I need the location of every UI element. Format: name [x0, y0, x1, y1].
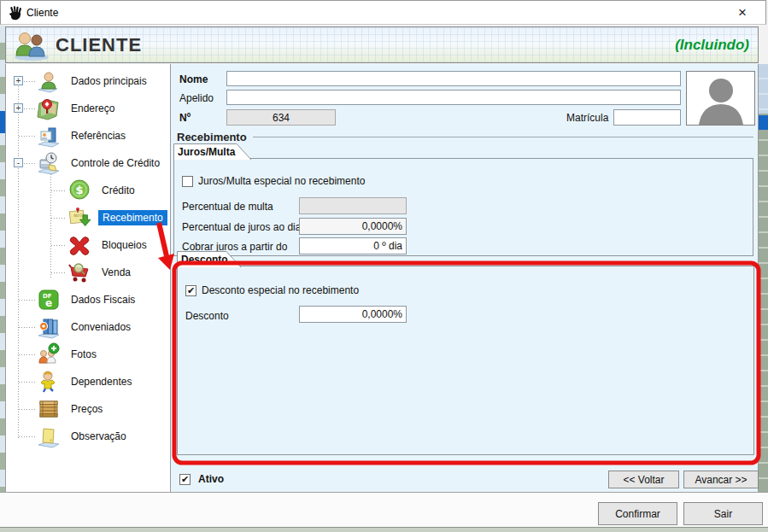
numero-input[interactable]	[226, 109, 336, 126]
window-titlebar: Cliente ×	[0, 0, 766, 25]
sidebar-item-label[interactable]: Bloqueios	[102, 239, 147, 251]
close-icon[interactable]: ×	[731, 3, 753, 23]
sidebar-item-label[interactable]: Preços	[71, 403, 103, 415]
navigation-tree: + Dados principais + Endereço	[5, 64, 171, 492]
sidebar-item-label[interactable]: Fotos	[71, 348, 97, 360]
check-icon: ✔	[187, 285, 195, 295]
sidebar-item-label[interactable]: Endereço	[71, 102, 114, 114]
desconto-especial-checkbox[interactable]: ✔	[185, 285, 196, 296]
ativo-label: Ativo	[198, 473, 224, 485]
window-title: Cliente	[26, 7, 58, 19]
desconto-especial-checkbox-label: Desconto especial no recebimento	[202, 284, 359, 296]
background-window-bottom-strip	[0, 527, 768, 532]
voltar-button[interactable]: << Voltar	[608, 471, 679, 488]
desconto-label: Desconto	[185, 310, 229, 322]
bloqueios-icon	[67, 233, 91, 260]
dados-fiscais-icon: DF e	[37, 288, 61, 314]
sidebar-item-recebimento[interactable]: NOTE Recebimento	[6, 204, 172, 231]
hand-icon	[9, 6, 23, 23]
confirmar-button[interactable]: Confirmar	[598, 502, 677, 525]
sidebar-item-label[interactable]: Referências	[71, 130, 126, 142]
mode-indicator: (Incluindo)	[675, 37, 749, 54]
sidebar-item-fotos[interactable]: Fotos	[6, 341, 172, 368]
sidebar-item-bloqueios[interactable]: Bloqueios	[6, 231, 172, 259]
svg-text:e: e	[45, 297, 52, 309]
sidebar-item-venda[interactable]: Venda	[6, 259, 172, 286]
banner: CLIENTE (Incluindo)	[5, 26, 759, 63]
sidebar-item-label[interactable]: Crédito	[102, 184, 135, 196]
percentual-multa-input[interactable]	[299, 197, 407, 214]
percentual-juros-label: Percentual de juros ao dia	[182, 221, 301, 233]
referencias-icon	[37, 124, 61, 150]
numero-label: Nº	[179, 112, 191, 124]
ativo-checkbox[interactable]: ✔	[179, 474, 191, 485]
matricula-label: Matrícula	[566, 112, 608, 124]
endereco-icon	[37, 96, 61, 123]
sidebar-item-label[interactable]: Controle de Crédito	[71, 157, 160, 169]
check-icon: ✔	[181, 474, 189, 484]
sidebar-item-label[interactable]: Venda	[102, 266, 131, 278]
nome-input[interactable]	[226, 71, 681, 86]
conveniados-icon	[37, 315, 61, 342]
cobrar-juros-input[interactable]	[299, 237, 407, 254]
apelido-input[interactable]	[226, 90, 681, 105]
desconto-tab: Desconto	[177, 251, 242, 267]
credito-icon: $	[67, 178, 91, 205]
sidebar-item-label[interactable]: Conveniados	[71, 321, 131, 333]
expand-icon[interactable]: +	[14, 76, 23, 85]
sair-button[interactable]: Sair	[683, 502, 763, 525]
clients-icon	[13, 30, 50, 63]
sidebar-item-label[interactable]: Dados Fiscais	[71, 294, 135, 306]
juros-especial-checkbox-label: Juros/Multa especial no recebimento	[198, 175, 365, 187]
sidebar-item-dados-fiscais[interactable]: DF e Dados Fiscais	[6, 286, 172, 313]
section-title: Recebimento	[177, 131, 247, 143]
apelido-label: Apelido	[179, 92, 214, 104]
sidebar-item-label[interactable]: Recebimento	[98, 210, 167, 225]
client-photo-placeholder[interactable]	[686, 71, 755, 126]
matricula-input[interactable]	[613, 109, 681, 126]
section-divider	[253, 137, 753, 137]
venda-icon	[67, 260, 91, 287]
observacao-icon	[37, 424, 61, 451]
fotos-icon	[37, 342, 61, 369]
collapse-icon[interactable]: -	[14, 158, 23, 167]
percentual-juros-input[interactable]	[299, 218, 407, 235]
precos-icon	[37, 397, 61, 424]
juros-multa-tab-label: Juros/Multa	[178, 146, 235, 158]
recebimento-icon: NOTE	[67, 206, 91, 232]
sidebar-item-credito[interactable]: $ Crédito	[6, 177, 172, 204]
avancar-button[interactable]: Avancar >>	[683, 471, 759, 488]
controle-de-credito-icon	[37, 151, 61, 178]
desconto-tab-label: Desconto	[181, 254, 228, 266]
bottom-bar: Confirmar Sair	[0, 492, 768, 527]
person-silhouette-icon	[687, 72, 754, 125]
percentual-multa-label: Percentual de multa	[182, 201, 273, 213]
sidebar-item-referencias[interactable]: Referências	[6, 122, 172, 149]
sidebar-item-dependentes[interactable]: Dependentes	[6, 368, 172, 395]
juros-especial-checkbox[interactable]	[182, 176, 193, 187]
dependentes-icon	[37, 370, 61, 396]
sidebar-item-precos[interactable]: Preços	[6, 395, 172, 423]
sidebar-item-endereco[interactable]: + Endereço	[6, 95, 172, 122]
dados-principais-icon	[37, 69, 61, 96]
sidebar-item-controle-de-credito[interactable]: - Controle de Crédito	[6, 149, 172, 177]
sidebar-item-label[interactable]: Dados principais	[71, 75, 147, 87]
nome-label: Nome	[179, 73, 208, 85]
sidebar-item-observacao[interactable]: Observação	[6, 423, 172, 450]
sidebar-item-dados-principais[interactable]: + Dados principais	[6, 67, 172, 95]
background-window-right-strip	[759, 64, 768, 498]
juros-multa-tab: Juros/Multa	[173, 143, 252, 160]
page-title: CLIENTE	[56, 34, 142, 56]
desconto-input[interactable]	[299, 306, 407, 323]
main-panel: Nome Apelido Nº Matrícula Recebimento Ju…	[171, 64, 759, 492]
sidebar-item-label[interactable]: Dependentes	[71, 376, 132, 388]
sidebar-item-label[interactable]: Observação	[71, 430, 126, 442]
svg-text:$: $	[75, 184, 83, 196]
expand-icon[interactable]: +	[14, 103, 23, 113]
sidebar-item-conveniados[interactable]: Conveniados	[6, 313, 172, 341]
